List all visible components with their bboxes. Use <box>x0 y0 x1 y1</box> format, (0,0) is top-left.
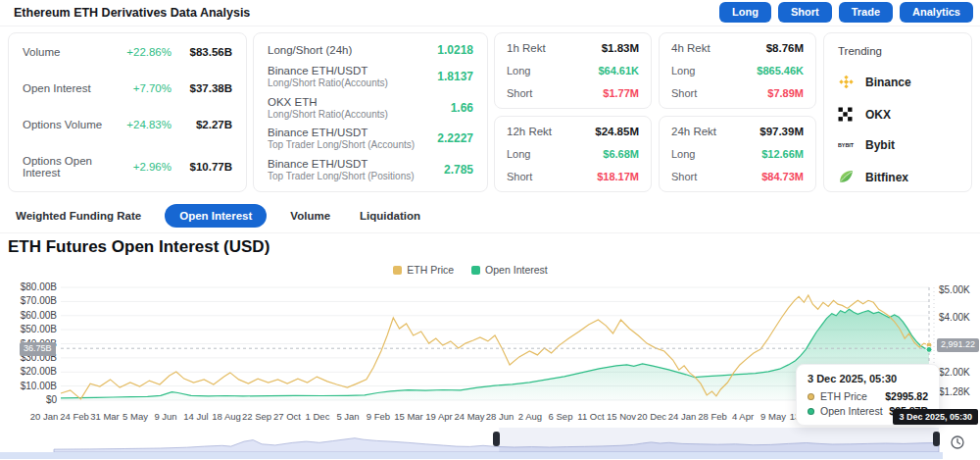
trending-name: Binance <box>865 76 911 89</box>
tab-weighted-funding-rate[interactable]: Weighted Funding Rate <box>10 204 147 228</box>
ratio-sublabel: Long/Short Ratio(Accounts) <box>268 109 451 120</box>
x-tick: 31 Mar <box>90 411 120 422</box>
x-tick: 24 May <box>454 411 484 422</box>
tooltip-series-value: $2995.82 <box>885 390 928 402</box>
rekt-card-1h-rekt: 1h Rekt$1.83MLong$64.61KShort$1.77M <box>494 32 652 109</box>
stat-row-volume: Volume+22.86%$83.56B <box>23 46 232 58</box>
rekt-total: $1.83M <box>602 42 639 54</box>
rekt-title-row: 12h Rekt$24.85M <box>507 126 639 137</box>
stat-change: +24.83% <box>111 119 172 130</box>
x-tick: 28 Feb <box>698 411 727 422</box>
x-tick: 2 Aug <box>518 411 542 422</box>
rekt-short-value: $84.73M <box>761 171 804 182</box>
page-title: Ethereum ETH Derivatives Data Analysis <box>14 6 250 20</box>
ratio-row-binance-eth-usdt: Binance ETH/USDTTop Trader Long/Short (P… <box>268 158 473 181</box>
svg-text:BYBIT: BYBIT <box>838 142 855 148</box>
ratio-sublabel: Long/Short Ratio(Accounts) <box>268 77 437 88</box>
ratio-value: 1.66 <box>451 101 473 115</box>
analytics-button[interactable]: Analytics <box>900 2 973 23</box>
tooltip-series-dot <box>808 408 814 415</box>
stat-change: +22.86% <box>111 46 172 58</box>
ratio-labels: Binance ETH/USDTTop Trader Long/Short (P… <box>268 158 444 181</box>
x-tick: 15 Mar <box>394 411 423 422</box>
rekt-short-value: $1.77M <box>603 87 639 99</box>
stat-label: Options Volume <box>23 119 111 130</box>
rekt-short-label: Short <box>671 171 697 182</box>
x-tick: 9 Feb <box>367 411 390 422</box>
ratio-value: 1.8137 <box>437 70 473 83</box>
ratio-row-binance-eth-usdt: Binance ETH/USDTTop Trader Long/Short (A… <box>268 127 473 150</box>
x-tick: 1 Dec <box>306 411 330 422</box>
short-button[interactable]: Short <box>778 2 832 23</box>
stat-label: Options Open Interest <box>23 155 111 179</box>
rekt-title: 4h Rekt <box>671 42 710 54</box>
navigator-left-handle[interactable] <box>493 432 500 446</box>
ratio-row-long-short-24h: Long/Short (24h)1.0218 <box>268 43 473 57</box>
section-title: ETH Futures Open Interest (USD) <box>8 237 270 257</box>
open-interest-marker <box>926 346 932 352</box>
navigator-selected-range[interactable] <box>499 428 939 453</box>
rekt-total: $24.85M <box>595 126 639 137</box>
ratio-sublabel: Top Trader Long/Short (Accounts) <box>268 139 437 150</box>
ratio-labels: OKX ETHLong/Short Ratio(Accounts) <box>268 96 451 120</box>
tab-open-interest[interactable]: Open Interest <box>165 204 267 228</box>
trending-name: Bitfinex <box>865 171 908 184</box>
tooltip-timestamp: 3 Dec 2025, 05:30 <box>808 373 928 384</box>
ratio-labels: Binance ETH/USDTLong/Short Ratio(Account… <box>268 65 437 88</box>
rekt-title-row: 24h Rekt$97.39M <box>671 126 804 137</box>
tooltip-series-name: ETH Price <box>820 390 879 402</box>
stat-value: $37.38B <box>172 82 232 94</box>
history-clock-icon[interactable] <box>950 434 965 450</box>
tab-volume[interactable]: Volume <box>284 204 336 228</box>
rekt-short-label: Short <box>507 171 532 182</box>
page: Ethereum ETH Derivatives Data Analysis L… <box>0 0 980 460</box>
x-tick: 20 Jan <box>30 411 59 422</box>
x-tick: 9 Jun <box>154 411 176 422</box>
stat-row-options-open-interest: Options Open Interest+2.96%$10.77B <box>23 155 232 179</box>
x-tick: 24 Jan <box>668 411 697 422</box>
ratio-value: 1.0218 <box>437 43 473 57</box>
ratio-label: Binance ETH/USDT <box>268 127 437 138</box>
x-tick: 20 Dec <box>637 411 666 422</box>
rekt-short-row: Short$7.89M <box>671 87 804 99</box>
legend-label: ETH Price <box>407 264 454 276</box>
x-tick: 24 Feb <box>60 411 89 422</box>
trending-item-binance[interactable]: Binance <box>838 74 957 90</box>
ratio-label: Binance ETH/USDT <box>268 65 437 77</box>
long-button[interactable]: Long <box>719 2 771 23</box>
x-tick: 6 Sep <box>549 411 573 422</box>
rekt-short-row: Short$1.77M <box>507 87 639 99</box>
trending-item-okx[interactable]: OKX <box>838 107 957 122</box>
rekt-long-row: Long$6.68M <box>507 148 639 160</box>
tooltip-row-eth-price: ETH Price$2995.82 <box>808 390 928 402</box>
header: Ethereum ETH Derivatives Data Analysis L… <box>0 0 980 26</box>
chart-legend: ETH PriceOpen Interest <box>0 264 941 276</box>
rekt-long-value: $6.68M <box>603 148 639 160</box>
tab-liquidation[interactable]: Liquidation <box>354 204 426 228</box>
x-tick: 5 Jan <box>336 411 359 422</box>
x-tick: 11 Oct <box>577 411 604 422</box>
horizontal-scrollbar[interactable] <box>0 452 943 459</box>
rekt-long-label: Long <box>671 148 695 160</box>
legend-swatch <box>471 266 480 275</box>
rekt-total: $8.76M <box>766 42 804 54</box>
okx-icon <box>838 107 858 122</box>
rekt-short-row: Short$18.17M <box>507 171 639 182</box>
x-tick: 27 Oct <box>273 411 301 422</box>
ratio-row-okx-eth: OKX ETHLong/Short Ratio(Accounts)1.66 <box>268 96 473 120</box>
navigator-right-handle[interactable] <box>933 432 940 446</box>
trade-button[interactable]: Trade <box>839 2 893 23</box>
ratio-labels: Long/Short (24h) <box>268 44 437 56</box>
bitfinex-icon <box>838 169 858 185</box>
ratio-sublabel: Top Trader Long/Short (Positions) <box>268 171 444 181</box>
trending-item-bybit[interactable]: BYBITBybit <box>838 138 957 152</box>
stat-value: $2.27B <box>172 119 232 130</box>
rekt-short-value: $18.17M <box>597 171 639 182</box>
bybit-icon: BYBIT <box>838 140 858 150</box>
ratio-label: OKX ETH <box>268 96 451 108</box>
market-stats-card: Volume+22.86%$83.56BOpen Interest+7.70%$… <box>8 32 247 192</box>
rekt-title-row: 4h Rekt$8.76M <box>671 42 804 54</box>
chart-navigator[interactable] <box>0 428 980 453</box>
trending-item-bitfinex[interactable]: Bitfinex <box>838 169 957 185</box>
trending-name: Bybit <box>865 138 895 152</box>
